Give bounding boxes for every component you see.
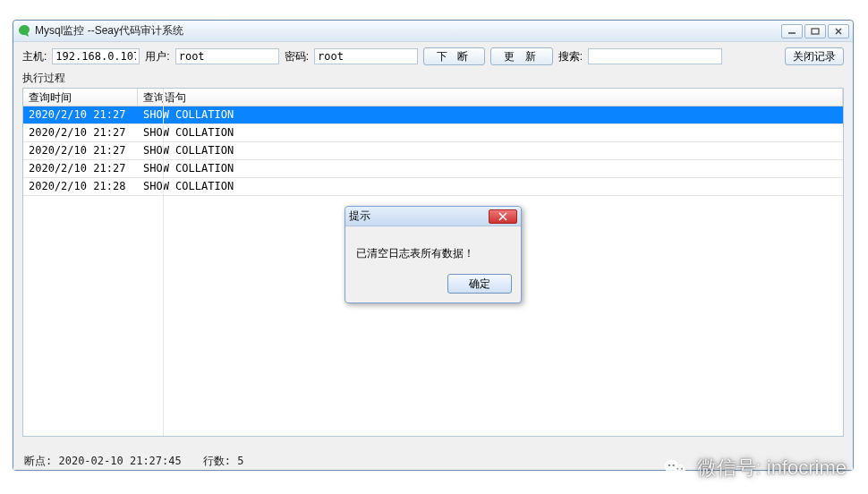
cell-time: 2020/2/10 21:27 bbox=[23, 142, 138, 159]
cell-time: 2020/2/10 21:27 bbox=[23, 106, 138, 124]
dialog-title: 提示 bbox=[349, 209, 489, 224]
cell-time: 2020/2/10 21:28 bbox=[23, 178, 138, 195]
window-controls bbox=[781, 24, 849, 38]
user-label: 用户: bbox=[145, 49, 169, 64]
status-rows: 行数: 5 bbox=[203, 454, 244, 469]
message-dialog: 提示 已清空日志表所有数据！ 确定 bbox=[345, 206, 522, 303]
dialog-ok-button[interactable]: 确定 bbox=[447, 274, 512, 294]
table-row[interactable]: 2020/2/10 21:27SHOW COLLATION bbox=[23, 160, 843, 178]
user-input[interactable] bbox=[175, 48, 279, 64]
minimize-button[interactable] bbox=[781, 24, 803, 38]
search-label: 搜索: bbox=[558, 49, 583, 64]
table-row[interactable]: 2020/2/10 21:27SHOW COLLATION bbox=[23, 142, 843, 160]
password-input[interactable] bbox=[314, 48, 418, 64]
cell-query: SHOW COLLATION bbox=[138, 178, 843, 195]
cell-query: SHOW COLLATION bbox=[138, 106, 843, 124]
close-button[interactable] bbox=[828, 24, 849, 38]
break-button[interactable]: 下 断 bbox=[423, 47, 485, 65]
titlebar: Mysql监控 --Seay代码审计系统 bbox=[13, 21, 853, 42]
refresh-button[interactable]: 更 新 bbox=[490, 47, 552, 65]
maximize-button[interactable] bbox=[804, 24, 826, 38]
group-label: 执行过程 bbox=[13, 71, 853, 88]
app-icon bbox=[17, 24, 31, 38]
dialog-titlebar: 提示 bbox=[345, 207, 521, 226]
password-label: 密码: bbox=[285, 49, 309, 64]
host-input[interactable] bbox=[52, 48, 140, 64]
svg-rect-1 bbox=[812, 29, 819, 34]
cell-time: 2020/2/10 21:27 bbox=[23, 160, 138, 177]
dialog-message: 已清空日志表所有数据！ bbox=[345, 226, 521, 274]
close-log-button[interactable]: 关闭记录 bbox=[785, 47, 844, 65]
table-row[interactable]: 2020/2/10 21:27SHOW COLLATION bbox=[23, 124, 843, 142]
host-label: 主机: bbox=[22, 49, 47, 64]
cell-query: SHOW COLLATION bbox=[138, 124, 843, 141]
statusbar: 断点: 2020-02-10 21:27:45 行数: 5 bbox=[13, 452, 853, 470]
cell-query: SHOW COLLATION bbox=[138, 160, 843, 177]
table-body: 2020/2/10 21:27SHOW COLLATION2020/2/10 2… bbox=[23, 106, 843, 196]
dialog-close-button[interactable] bbox=[489, 209, 517, 224]
toolbar: 主机: 用户: 密码: 下 断 更 新 搜索: 关闭记录 bbox=[13, 42, 853, 71]
window-title: Mysql监控 --Seay代码审计系统 bbox=[35, 23, 781, 38]
table-row[interactable]: 2020/2/10 21:27SHOW COLLATION bbox=[23, 106, 843, 124]
table-header: 查询时间 查询语句 bbox=[23, 89, 843, 106]
dialog-buttons: 确定 bbox=[345, 274, 521, 302]
search-input[interactable] bbox=[588, 48, 722, 64]
table-row[interactable]: 2020/2/10 21:28SHOW COLLATION bbox=[23, 178, 843, 196]
col-query[interactable]: 查询语句 bbox=[138, 89, 843, 106]
column-separator bbox=[163, 89, 164, 436]
col-time[interactable]: 查询时间 bbox=[23, 89, 138, 106]
cell-time: 2020/2/10 21:27 bbox=[23, 124, 138, 141]
status-breakpoint: 断点: 2020-02-10 21:27:45 bbox=[24, 454, 182, 469]
cell-query: SHOW COLLATION bbox=[138, 142, 843, 159]
